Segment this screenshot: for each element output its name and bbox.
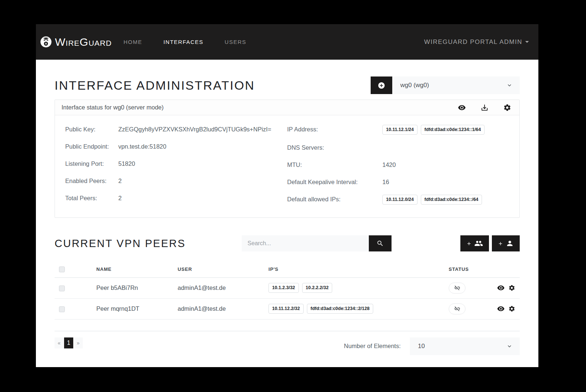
peer-user: adminA1@test.de xyxy=(173,277,264,298)
gear-icon xyxy=(508,284,515,291)
view-peer-button[interactable] xyxy=(497,284,505,292)
page-title: INTERFACE ADMINISTRATION xyxy=(55,78,255,93)
kv-allowed-ips: Default allowed IPs: 10.11.12.0/24 fdfd:… xyxy=(287,195,509,205)
kv-public-endpoint: Public Endpoint: vpn.test.de:51820 xyxy=(65,142,287,151)
edit-peer-button[interactable] xyxy=(508,305,515,312)
plus-circle-icon xyxy=(378,82,385,89)
user-icon xyxy=(506,239,514,247)
add-interface-button[interactable] xyxy=(371,76,392,94)
peers-section-title: CURRENT VPN PEERS xyxy=(55,238,186,250)
elements-count-value: 10 xyxy=(418,343,425,350)
gear-icon xyxy=(508,305,515,312)
kv-public-key: Public Key: ZzEGQgyh8yVPZXVKSXhVrgB2lud9… xyxy=(65,125,287,134)
card-header: Interface status for wg0 (server mode) xyxy=(55,100,519,115)
peer-status-badge xyxy=(449,303,466,314)
column-header-ips[interactable]: IP'S xyxy=(264,261,444,277)
view-config-button[interactable] xyxy=(458,104,466,112)
pagination-prev[interactable]: « xyxy=(55,337,64,348)
interface-selector: wg0 (wg0) xyxy=(371,76,520,94)
wireguard-logo-icon xyxy=(40,36,52,48)
plus-icon xyxy=(466,241,472,246)
link-off-icon xyxy=(454,285,460,291)
kv-listening-port: Listening Port: 51820 xyxy=(65,159,287,168)
status-right-column: IP Address: 10.11.12.1/24 fdfd:d3ad:c0de… xyxy=(287,125,509,213)
brand-label: WireGuard xyxy=(55,36,112,48)
ip-badge: 10.11.12.1/24 xyxy=(382,125,418,135)
eye-icon xyxy=(497,305,505,313)
plus-icon xyxy=(498,241,503,246)
peer-user: adminA1@test.de xyxy=(173,298,264,319)
peer-ip-badge: 10.11.12.2/32 xyxy=(268,304,304,314)
pagination-next[interactable]: » xyxy=(74,337,83,348)
navbar: WireGuard HOME INTERFACES USERS WIREGUAR… xyxy=(36,24,538,60)
kv-enabled-peers: Enabled Peers: 2 xyxy=(65,176,287,185)
divider xyxy=(55,331,520,331)
ip-badge: fdfd:d3ad:c0de:1234::/64 xyxy=(421,195,482,205)
nav-link-interfaces[interactable]: INTERFACES xyxy=(163,39,203,45)
ip-badge: 10.11.12.0/24 xyxy=(382,195,418,205)
pagination: « 1 » xyxy=(55,337,83,348)
user-menu-label: WIREGUARD PORTAL ADMIN xyxy=(424,38,522,46)
kv-keepalive: Default Keepalive Interval: 16 xyxy=(287,178,509,186)
column-header-name[interactable]: NAME xyxy=(92,261,173,277)
peer-name: Peer b5ABi7Rn xyxy=(92,277,173,298)
brand[interactable]: WireGuard xyxy=(40,36,112,48)
download-icon xyxy=(481,104,489,112)
kv-dns-servers: DNS Servers: xyxy=(287,143,509,152)
nav-link-users[interactable]: USERS xyxy=(225,39,246,45)
peer-ip-badge: 10.1.2.3/32 xyxy=(268,283,299,293)
add-multiple-peers-button[interactable] xyxy=(460,235,489,251)
table-header-row: NAME USER IP'S STATUS xyxy=(55,261,520,277)
peer-name: Peer mqrnq1DT xyxy=(92,298,173,319)
view-peer-button[interactable] xyxy=(497,305,505,313)
chevron-down-icon xyxy=(507,82,512,88)
card-title: Interface status for wg0 (server mode) xyxy=(62,104,164,111)
table-row: Peer b5ABi7Rn adminA1@test.de 10.1.2.3/3… xyxy=(55,277,520,298)
search-button[interactable] xyxy=(369,235,392,251)
pagination-page-1[interactable]: 1 xyxy=(64,337,73,348)
interface-select[interactable]: wg0 (wg0) xyxy=(392,76,520,94)
peer-status-badge xyxy=(449,283,466,294)
status-left-column: Public Key: ZzEGQgyh8yVPZXVKSXhVrgB2lud9… xyxy=(65,125,287,213)
column-header-status: STATUS xyxy=(444,261,490,277)
app-window: WireGuard HOME INTERFACES USERS WIREGUAR… xyxy=(36,24,538,367)
interface-status-card: Interface status for wg0 (server mode) xyxy=(55,100,520,218)
search-icon xyxy=(377,240,384,247)
ip-badge: fdfd:d3ad:c0de:1234::1/64 xyxy=(421,125,485,135)
nav-links: HOME INTERFACES USERS xyxy=(123,39,246,45)
chevron-down-icon xyxy=(507,343,512,349)
caret-down-icon xyxy=(525,41,529,43)
peer-ip-badge: 10.2.2.2/32 xyxy=(302,283,333,293)
link-off-icon xyxy=(454,306,460,312)
kv-total-peers: Total Peers: 2 xyxy=(65,194,287,202)
kv-ip-address: IP Address: 10.11.12.1/24 fdfd:d3ad:c0de… xyxy=(287,125,509,135)
table-row: Peer mqrnq1DT adminA1@test.de 10.11.12.2… xyxy=(55,298,520,319)
kv-mtu: MTU: 1420 xyxy=(287,160,509,169)
row-checkbox[interactable] xyxy=(59,306,65,312)
peer-ip-badge: fdfd:d3ad:c0de:1234::2/128 xyxy=(307,304,373,314)
eye-icon xyxy=(458,104,466,112)
select-all-checkbox[interactable] xyxy=(59,266,65,272)
column-header-user[interactable]: USER xyxy=(173,261,264,277)
eye-icon xyxy=(497,284,505,292)
add-peer-button[interactable] xyxy=(492,235,520,251)
search-input[interactable] xyxy=(242,235,369,251)
nav-link-home[interactable]: HOME xyxy=(123,39,142,45)
edit-peer-button[interactable] xyxy=(508,284,515,291)
peers-table: NAME USER IP'S STATUS Peer b5ABi7Rn admi… xyxy=(55,261,520,320)
gear-icon xyxy=(503,104,511,112)
elements-count-select[interactable]: 10 xyxy=(410,337,520,355)
users-group-icon xyxy=(474,239,483,248)
edit-interface-button[interactable] xyxy=(503,104,511,112)
interface-select-value: wg0 (wg0) xyxy=(400,82,429,89)
elements-count-label: Number of Elements: xyxy=(344,343,401,350)
row-checkbox[interactable] xyxy=(59,285,65,291)
peer-search xyxy=(242,235,392,251)
user-menu-dropdown[interactable]: WIREGUARD PORTAL ADMIN xyxy=(424,38,529,46)
download-config-button[interactable] xyxy=(481,104,489,112)
